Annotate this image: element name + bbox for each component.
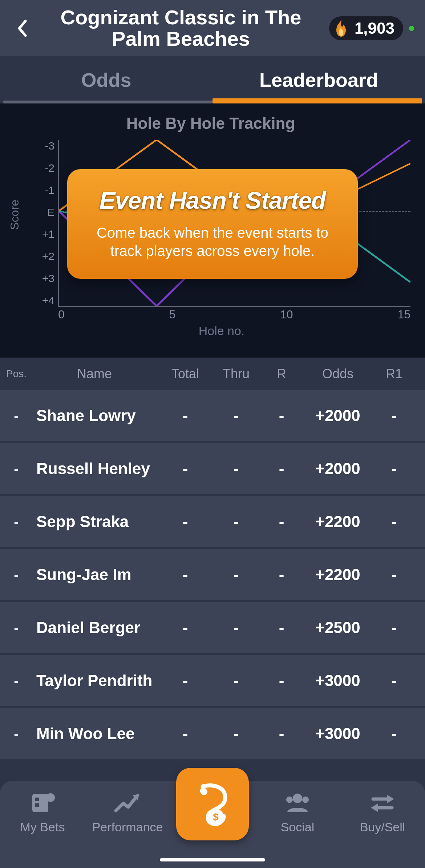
y-tick: +4 bbox=[36, 294, 54, 307]
nav-label: Social bbox=[281, 820, 315, 834]
chart-up-icon bbox=[114, 791, 141, 815]
nav-label: Performance bbox=[92, 820, 163, 834]
page-title: Cognizant Classic in The Palm Beaches bbox=[33, 7, 329, 50]
flame-icon bbox=[331, 19, 351, 38]
cell-r1: - bbox=[374, 566, 414, 584]
y-tick: +2 bbox=[36, 250, 54, 262]
x-tick: 15 bbox=[397, 308, 410, 321]
center-action-button[interactable]: $ bbox=[176, 768, 249, 840]
back-button[interactable] bbox=[11, 17, 33, 39]
svg-text:$: $ bbox=[213, 811, 219, 823]
table-row[interactable]: - Min Woo Lee - - - +3000 - bbox=[0, 708, 425, 759]
col-header-name: Name bbox=[29, 366, 160, 382]
table-row[interactable]: - Russell Henley - - - +2000 - bbox=[0, 443, 425, 494]
leaderboard-rows[interactable]: - Shane Lowry - - - +2000 - - Russell He… bbox=[0, 390, 425, 759]
cell-thru: - bbox=[211, 619, 262, 637]
cell-r: - bbox=[262, 460, 301, 478]
x-tick: 5 bbox=[169, 308, 176, 321]
svg-rect-0 bbox=[32, 794, 48, 812]
home-indicator bbox=[160, 858, 265, 861]
table-row[interactable]: - Sung-Jae Im - - - +2200 - bbox=[0, 549, 425, 600]
svg-marker-8 bbox=[387, 795, 394, 803]
cell-odds: +2500 bbox=[301, 619, 374, 637]
cell-pos: - bbox=[4, 673, 29, 689]
cell-name: Sung-Jae Im bbox=[29, 566, 160, 584]
chevron-left-icon bbox=[16, 19, 27, 37]
cell-thru: - bbox=[211, 725, 262, 743]
cell-total: - bbox=[160, 725, 211, 743]
ticket-icon bbox=[29, 791, 56, 815]
bottom-nav: My Bets Performance . Social Buy/Sell $ bbox=[0, 781, 425, 868]
cell-odds: +2200 bbox=[301, 513, 374, 531]
nav-label: Buy/Sell bbox=[360, 820, 405, 834]
cell-thru: - bbox=[211, 672, 262, 690]
cell-name: Min Woo Lee bbox=[29, 725, 160, 743]
cell-total: - bbox=[160, 513, 211, 531]
y-tick: +3 bbox=[36, 272, 54, 285]
cell-r1: - bbox=[374, 407, 414, 425]
cell-thru: - bbox=[211, 513, 262, 531]
tab-label: Odds bbox=[81, 69, 131, 91]
col-header-r: R bbox=[262, 366, 301, 382]
cell-r1: - bbox=[374, 619, 414, 637]
cell-pos: - bbox=[4, 726, 29, 742]
y-ticks: -3 -2 -1 E +1 +2 +3 +4 bbox=[36, 140, 54, 307]
cell-pos: - bbox=[4, 461, 29, 477]
nav-buy-sell[interactable]: Buy/Sell bbox=[340, 791, 425, 834]
cell-r: - bbox=[262, 725, 301, 743]
event-not-started-card: Event Hasn't Started Come back when the … bbox=[67, 169, 358, 279]
nav-performance[interactable]: Performance bbox=[85, 791, 170, 834]
cell-name: Russell Henley bbox=[29, 460, 160, 478]
cell-odds: +2000 bbox=[301, 460, 374, 478]
cell-total: - bbox=[160, 672, 211, 690]
tab-bar: Odds Leaderboard bbox=[0, 56, 425, 103]
y-tick: E bbox=[36, 206, 54, 219]
x-tick: 10 bbox=[280, 308, 293, 321]
cell-total: - bbox=[160, 460, 211, 478]
x-axis-label: Hole no. bbox=[199, 324, 245, 338]
y-tick: -1 bbox=[36, 184, 54, 196]
cell-pos: - bbox=[4, 620, 29, 636]
cell-name: Shane Lowry bbox=[29, 407, 160, 425]
table-row[interactable]: - Sepp Straka - - - +2200 - bbox=[0, 496, 425, 547]
x-ticks: 0 5 10 15 bbox=[58, 308, 410, 321]
y-tick: -3 bbox=[36, 140, 54, 152]
svg-point-6 bbox=[286, 796, 293, 803]
nav-social[interactable]: Social bbox=[255, 791, 340, 834]
table-row[interactable]: - Daniel Berger - - - +2500 - bbox=[0, 602, 425, 653]
svg-point-5 bbox=[293, 794, 302, 803]
col-header-total: Total bbox=[160, 366, 211, 382]
swap-icon bbox=[369, 791, 396, 815]
chart-title: Hole By Hole Tracking bbox=[11, 114, 410, 133]
coin-balance-pill[interactable]: 1,903 bbox=[329, 16, 403, 40]
cell-odds: +2000 bbox=[301, 407, 374, 425]
cell-total: - bbox=[160, 619, 211, 637]
cell-name: Taylor Pendrith bbox=[29, 672, 160, 690]
cell-r: - bbox=[262, 513, 301, 531]
cell-pos: - bbox=[4, 408, 29, 424]
cell-thru: - bbox=[211, 566, 262, 584]
people-icon bbox=[284, 791, 311, 815]
cell-r1: - bbox=[374, 725, 414, 743]
col-header-r1: R1 bbox=[374, 366, 414, 382]
nav-my-bets[interactable]: My Bets bbox=[0, 791, 85, 834]
cell-odds: +3000 bbox=[301, 672, 374, 690]
tab-odds[interactable]: Odds bbox=[0, 56, 212, 103]
cell-r: - bbox=[262, 407, 301, 425]
tab-leaderboard[interactable]: Leaderboard bbox=[212, 56, 425, 103]
cell-total: - bbox=[160, 407, 211, 425]
y-axis-label: Score bbox=[8, 200, 21, 230]
table-row[interactable]: - Taylor Pendrith - - - +3000 - bbox=[0, 655, 425, 706]
cell-r: - bbox=[262, 672, 301, 690]
overlay-title: Event Hasn't Started bbox=[85, 187, 340, 214]
tab-label: Leaderboard bbox=[259, 69, 378, 91]
cell-pos: - bbox=[4, 567, 29, 583]
nav-label: My Bets bbox=[20, 820, 65, 834]
overlay-subtitle: Come back when the event starts to track… bbox=[85, 224, 340, 260]
table-row[interactable]: - Shane Lowry - - - +2000 - bbox=[0, 390, 425, 441]
cell-r1: - bbox=[374, 460, 414, 478]
cell-name: Daniel Berger bbox=[29, 619, 160, 637]
cell-thru: - bbox=[211, 407, 262, 425]
svg-marker-9 bbox=[371, 803, 378, 812]
cell-name: Sepp Straka bbox=[29, 513, 160, 531]
